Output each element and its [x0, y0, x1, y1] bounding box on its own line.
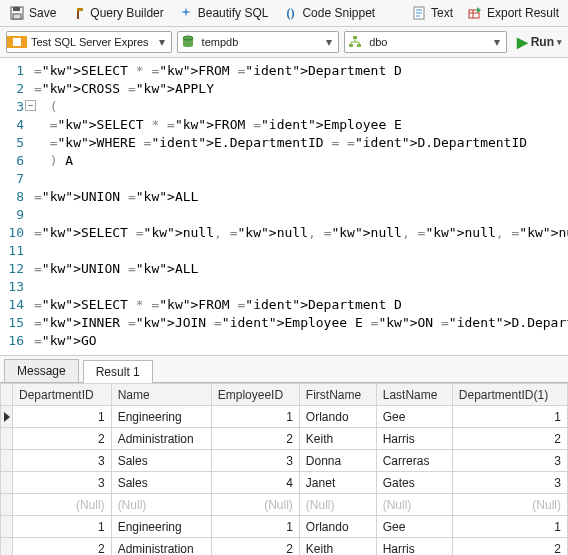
column-header[interactable]: Name [111, 384, 211, 406]
row-selector[interactable] [1, 538, 13, 556]
chevron-down-icon[interactable]: ▾ [488, 35, 506, 49]
cell[interactable]: Keith [299, 428, 376, 450]
cell[interactable]: 2 [13, 428, 112, 450]
cell[interactable]: Carreras [376, 450, 452, 472]
svg-rect-3 [77, 8, 83, 11]
database-dropdown[interactable]: tempdb ▾ [177, 31, 340, 53]
cell[interactable]: Donna [299, 450, 376, 472]
code-line[interactable]: ) A [34, 152, 568, 170]
column-header[interactable]: FirstName [299, 384, 376, 406]
cell[interactable]: (Null) [299, 494, 376, 516]
table-row[interactable]: (Null)(Null)(Null)(Null)(Null)(Null) [1, 494, 568, 516]
code-line[interactable] [34, 170, 568, 188]
row-selector[interactable] [1, 516, 13, 538]
cell[interactable]: Harris [376, 428, 452, 450]
cell[interactable]: 3 [211, 450, 299, 472]
snippet-button[interactable]: () Code Snippet [279, 3, 378, 23]
line-number: 3 [4, 98, 24, 116]
sql-editor[interactable]: − 12345678910111213141516 ="kw">SELECT *… [0, 58, 568, 356]
cell[interactable]: (Null) [13, 494, 112, 516]
schema-dropdown[interactable]: dbo ▾ [344, 31, 507, 53]
table-row[interactable]: 2Administration2KeithHarris2 [1, 538, 568, 556]
chevron-down-icon[interactable]: ▾ [153, 35, 171, 49]
code-line[interactable]: ="kw">SELECT ="kw">null, ="kw">null, ="k… [34, 224, 568, 242]
table-row[interactable]: 1Engineering1OrlandoGee1 [1, 516, 568, 538]
beautify-button[interactable]: Beautify SQL [175, 3, 272, 23]
cell[interactable]: 3 [452, 450, 567, 472]
cell[interactable]: Keith [299, 538, 376, 556]
cell[interactable]: 2 [452, 538, 567, 556]
table-row[interactable]: 2Administration2KeithHarris2 [1, 428, 568, 450]
table-row[interactable]: 1Engineering1OrlandoGee1 [1, 406, 568, 428]
row-selector[interactable] [1, 428, 13, 450]
cell[interactable]: Engineering [111, 406, 211, 428]
table-row[interactable]: 3Sales4JanetGates3 [1, 472, 568, 494]
code-line[interactable]: ="kw">SELECT * ="kw">FROM ="ident">Depar… [34, 62, 568, 80]
result-grid[interactable]: DepartmentIDNameEmployeeIDFirstNameLastN… [0, 383, 568, 555]
tab-message[interactable]: Message [4, 359, 79, 382]
column-header[interactable]: DepartmentID [13, 384, 112, 406]
cell[interactable]: 2 [211, 428, 299, 450]
cell[interactable]: 1 [211, 516, 299, 538]
cell[interactable]: Sales [111, 450, 211, 472]
cell[interactable]: 2 [13, 538, 112, 556]
code-line[interactable] [34, 242, 568, 260]
cell[interactable]: Harris [376, 538, 452, 556]
cell[interactable]: Administration [111, 538, 211, 556]
cell[interactable]: 1 [13, 516, 112, 538]
tab-result[interactable]: Result 1 [83, 360, 153, 383]
cell[interactable]: (Null) [111, 494, 211, 516]
cell[interactable]: 1 [13, 406, 112, 428]
code-line[interactable]: ="kw">SELECT * ="kw">FROM ="ident">Emplo… [34, 116, 568, 134]
cell[interactable]: Gates [376, 472, 452, 494]
code-line[interactable]: ="kw">CROSS ="kw">APPLY [34, 80, 568, 98]
cell[interactable]: Administration [111, 428, 211, 450]
code-line[interactable]: ="kw">SELECT * ="kw">FROM ="ident">Depar… [34, 296, 568, 314]
cell[interactable]: 3 [13, 472, 112, 494]
cell[interactable]: 1 [452, 406, 567, 428]
fold-toggle[interactable]: − [25, 100, 36, 111]
cell[interactable]: Gee [376, 406, 452, 428]
run-dropdown-icon[interactable]: ▾ [557, 37, 562, 47]
cell[interactable]: (Null) [376, 494, 452, 516]
query-builder-button[interactable]: Query Builder [67, 3, 166, 23]
cell[interactable]: Sales [111, 472, 211, 494]
cell[interactable]: (Null) [211, 494, 299, 516]
row-selector[interactable] [1, 406, 13, 428]
row-selector[interactable] [1, 450, 13, 472]
run-button[interactable]: ▶ Run ▾ [517, 34, 562, 50]
connection-dropdown[interactable]: Test SQL Server Expres ▾ [6, 31, 172, 53]
cell[interactable]: 1 [211, 406, 299, 428]
cell[interactable]: Orlando [299, 516, 376, 538]
cell[interactable]: 4 [211, 472, 299, 494]
cell[interactable]: Orlando [299, 406, 376, 428]
code-area[interactable]: ="kw">SELECT * ="kw">FROM ="ident">Depar… [34, 62, 568, 351]
text-button[interactable]: Text [408, 3, 456, 23]
row-selector[interactable] [1, 494, 13, 516]
code-line[interactable]: ="kw">UNION ="kw">ALL [34, 260, 568, 278]
cell[interactable]: 2 [211, 538, 299, 556]
column-header[interactable]: EmployeeID [211, 384, 299, 406]
export-button[interactable]: Export Result [464, 3, 562, 23]
column-header[interactable]: DepartmentID(1) [452, 384, 567, 406]
save-button[interactable]: Save [6, 3, 59, 23]
table-row[interactable]: 3Sales3DonnaCarreras3 [1, 450, 568, 472]
cell[interactable]: (Null) [452, 494, 567, 516]
column-header[interactable]: LastName [376, 384, 452, 406]
code-line[interactable]: ="kw">WHERE ="ident">E.DepartmentID = ="… [34, 134, 568, 152]
code-line[interactable]: ="kw">INNER ="kw">JOIN ="ident">Employee… [34, 314, 568, 332]
code-line[interactable]: ="kw">GO [34, 332, 568, 350]
code-line[interactable]: ="kw">UNION ="kw">ALL [34, 188, 568, 206]
cell[interactable]: 2 [452, 428, 567, 450]
code-line[interactable]: ( [34, 98, 568, 116]
code-line[interactable] [34, 206, 568, 224]
cell[interactable]: 3 [452, 472, 567, 494]
cell[interactable]: Gee [376, 516, 452, 538]
cell[interactable]: Engineering [111, 516, 211, 538]
code-line[interactable] [34, 278, 568, 296]
cell[interactable]: 3 [13, 450, 112, 472]
row-selector[interactable] [1, 472, 13, 494]
cell[interactable]: 1 [452, 516, 567, 538]
cell[interactable]: Janet [299, 472, 376, 494]
chevron-down-icon[interactable]: ▾ [320, 35, 338, 49]
